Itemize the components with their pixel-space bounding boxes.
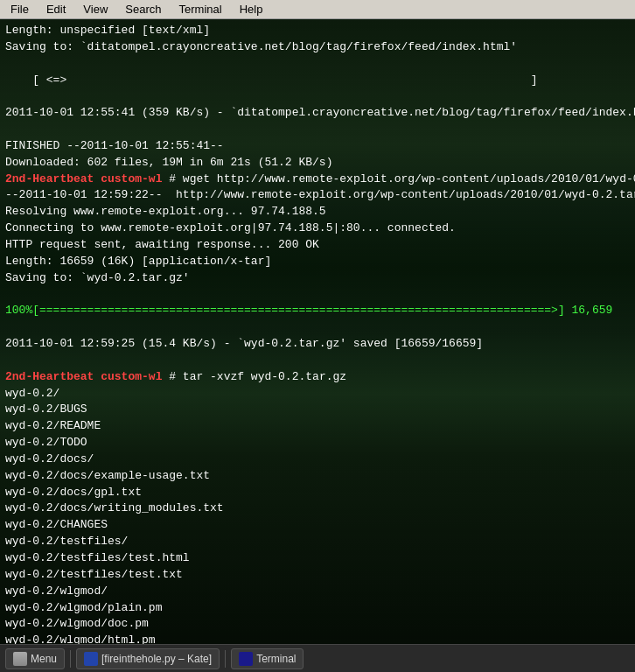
kate-label: [fireinthehole.py – Kate]: [101, 653, 212, 665]
line-4: [ <=> ]: [5, 73, 630, 89]
menu-terminal[interactable]: Terminal: [172, 1, 229, 18]
line-27: wyd-0.2/docs/: [5, 452, 630, 468]
line-35: wyd-0.2/wlgmod/: [5, 584, 630, 600]
terminal-label: Terminal: [256, 653, 296, 665]
kate-icon: [84, 652, 98, 666]
line-33: wyd-0.2/testfiles/test.html: [5, 550, 630, 567]
kate-window-button[interactable]: [fireinthehole.py – Kate]: [76, 648, 220, 669]
line-7: [5, 122, 630, 138]
line-34: wyd-0.2/testfiles/test.txt: [5, 567, 630, 584]
line-11: --2011-10-01 12:59:22-- http://www.remot…: [5, 187, 630, 204]
line-10: 2nd-Heartbeat custom-wl # wget http://ww…: [5, 172, 630, 188]
line-12: Resolving www.remote-exploit.org... 97.7…: [5, 204, 630, 220]
line-20: 2011-10-01 12:59:25 (15.4 KB/s) - `wyd-0…: [5, 336, 630, 353]
line-22: 2nd-Heartbeat custom-wl # tar -xvzf wyd-…: [5, 369, 630, 386]
menu-edit[interactable]: Edit: [39, 1, 73, 18]
line-14: HTTP request sent, awaiting response... …: [5, 237, 630, 254]
taskbar: Menu [fireinthehole.py – Kate] Terminal: [0, 644, 635, 672]
line-3: [5, 56, 630, 73]
line-6: 2011-10-01 12:55:41 (359 KB/s) - `ditato…: [5, 105, 630, 122]
menu-label: Menu: [31, 653, 57, 665]
terminal-area[interactable]: Length: unspecified [text/xml] Saving to…: [0, 19, 635, 644]
line-26: wyd-0.2/TODO: [5, 435, 630, 452]
terminal-taskbar-icon: [239, 652, 253, 666]
line-5: [5, 88, 630, 105]
menubar: File Edit View Search Terminal Help: [0, 0, 635, 19]
terminal-window-button[interactable]: Terminal: [231, 648, 304, 669]
line-36: wyd-0.2/wlgmod/plain.pm: [5, 600, 630, 617]
line-18: 100%[===================================…: [5, 303, 630, 319]
terminal-content: Length: unspecified [text/xml] Saving to…: [5, 23, 630, 644]
line-16: Saving to: `wyd-0.2.tar.gz': [5, 270, 630, 287]
line-24: wyd-0.2/BUGS: [5, 402, 630, 418]
line-28: wyd-0.2/docs/example-usage.txt: [5, 468, 630, 485]
menu-search[interactable]: Search: [118, 1, 168, 18]
menu-button[interactable]: Menu: [5, 648, 65, 669]
menu-icon: [13, 652, 27, 666]
line-29: wyd-0.2/docs/gpl.txt: [5, 485, 630, 501]
menu-file[interactable]: File: [3, 1, 36, 18]
line-1: Length: unspecified [text/xml]: [5, 23, 630, 39]
line-9: Downloaded: 602 files, 19M in 6m 21s (51…: [5, 155, 630, 172]
line-17: [5, 287, 630, 304]
line-32: wyd-0.2/testfiles/: [5, 534, 630, 550]
line-23: wyd-0.2/: [5, 386, 630, 402]
line-38: wyd-0.2/wlgmod/html.pm: [5, 633, 630, 644]
line-30: wyd-0.2/docs/writing_modules.txt: [5, 500, 630, 517]
line-19: [5, 319, 630, 336]
taskbar-separator-1: [70, 650, 71, 668]
line-21: [5, 353, 630, 369]
line-2: Saving to: `ditatompel.crayoncreative.ne…: [5, 39, 630, 56]
line-37: wyd-0.2/wlgmod/doc.pm: [5, 616, 630, 633]
line-15: Length: 16659 (16K) [application/x-tar]: [5, 254, 630, 270]
line-31: wyd-0.2/CHANGES: [5, 517, 630, 534]
menu-help[interactable]: Help: [233, 1, 270, 18]
taskbar-separator-2: [225, 650, 226, 668]
line-13: Connecting to www.remote-exploit.org|97.…: [5, 220, 630, 237]
menu-view[interactable]: View: [76, 1, 115, 18]
line-8: FINISHED --2011-10-01 12:55:41--: [5, 138, 630, 155]
line-25: wyd-0.2/README: [5, 418, 630, 435]
